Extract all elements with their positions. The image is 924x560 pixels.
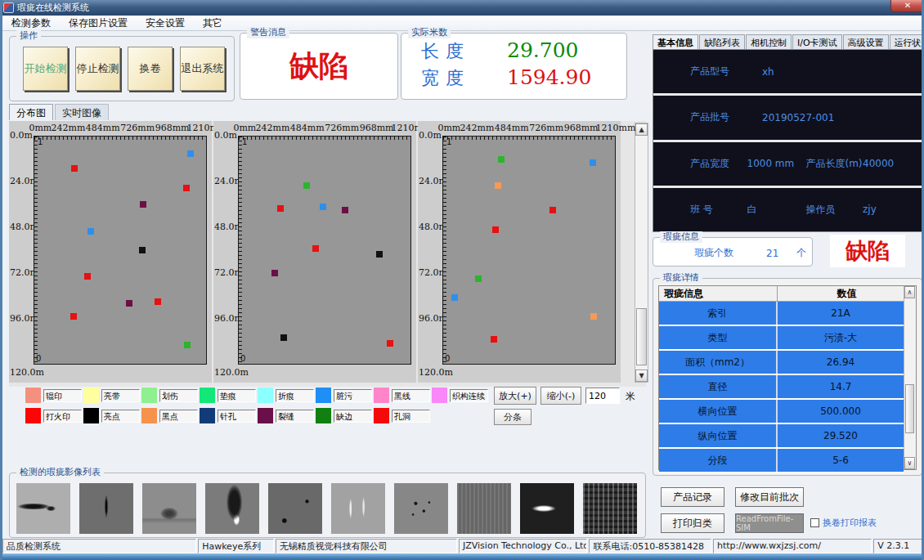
print-classify-button[interactable]: 打印归类 [661,513,724,533]
defect-point[interactable] [84,273,91,280]
defect-thumbnail-4[interactable] [205,483,259,534]
zoom-in-button[interactable]: 放大(+) [494,387,536,405]
defect-point[interactable] [277,205,284,212]
plot-marker-bottom: 0 [240,354,245,363]
x-tick-label: 726mm [529,123,563,133]
defect-point[interactable] [475,276,482,282]
defect-thumbnail-10[interactable] [583,483,637,534]
defect-point[interactable] [155,298,161,305]
right-tab-2[interactable]: 缺陷列表 [699,34,745,51]
defect-point[interactable] [184,342,191,348]
defect-point[interactable] [498,156,505,163]
defect-point[interactable] [87,228,94,235]
defect-thumbnail-6[interactable] [331,483,385,534]
detail-row-7[interactable]: 分段5-6 [659,449,904,473]
detail-row-5[interactable]: 横向位置500.000 [659,400,904,424]
defect-thumbnail-5[interactable] [268,483,322,534]
defect-point[interactable] [451,294,458,301]
menu-item-2[interactable]: 保存图片设置 [60,16,137,31]
checkbox-icon[interactable] [810,518,819,527]
scroll-up-icon[interactable]: ▲ [635,123,648,136]
defect-point[interactable] [187,150,194,157]
scrollbar-thumb[interactable] [636,308,647,365]
right-tab-5[interactable]: 高级设置 [843,34,889,51]
defect-point[interactable] [492,226,499,233]
right-tab-1[interactable]: 基本信息 [653,34,698,51]
defect-thumbnail-8[interactable] [457,483,511,534]
defect-point[interactable] [139,247,146,253]
defect-point[interactable] [495,182,501,189]
detail-row-6[interactable]: 纵向位置29.520 [659,424,904,449]
defect-thumbnail-1[interactable] [16,483,70,534]
defect-point[interactable] [271,270,278,276]
defect-thumbnail-7[interactable] [394,483,448,534]
defect-thumbnail-9[interactable] [520,483,574,534]
defect-point[interactable] [549,207,556,213]
menu-item-4[interactable]: 其它 [194,16,231,31]
meters-range-input[interactable] [585,388,620,404]
y-tick-label: 120.0m [10,367,44,378]
chart-vertical-scrollbar[interactable]: ▲ ▼ [635,123,648,383]
op-button-2[interactable]: 停止检测 [75,47,120,91]
defect-point[interactable] [491,336,497,343]
info-value: 20190527-001 [762,112,834,123]
menu-item-3[interactable]: 安全设置 [137,16,194,31]
defect-point[interactable] [590,159,596,166]
defect-point[interactable] [140,201,146,208]
close-button[interactable]: ✕ [890,0,924,12]
defect-point[interactable] [376,251,383,258]
defect-thumbnail-2[interactable] [79,483,133,534]
legend-item: 黑点 [141,408,200,423]
table-scroll-up-icon[interactable]: ∧ [904,286,915,298]
view-tab-1[interactable]: 分布图 [9,104,53,120]
defect-point[interactable] [312,245,319,252]
right-tab-3[interactable]: 相机控制 [746,34,792,51]
menu-item-1[interactable]: 检测参数 [2,16,60,31]
defect-point[interactable] [280,334,287,341]
scatter-chart-1: 0mm242mm484mm726mm968mm1210mm0.0m24.0m48… [9,121,212,383]
view-tab-2[interactable]: 实时图像 [55,104,109,120]
detail-row-1[interactable]: 索引21A [659,302,904,326]
plot-marker-bottom: 0 [445,354,450,363]
plot-area[interactable]: 10 [34,136,207,365]
legend-swatch [432,388,447,403]
right-tab-6[interactable]: 运行状态信息 [890,34,924,51]
product-record-button[interactable]: 产品记录 [661,487,724,507]
defect-point[interactable] [590,313,597,320]
split-button[interactable]: 分条 [494,409,532,425]
op-button-1[interactable]: 开始检测 [23,47,68,91]
detail-row-3[interactable]: 面积（mm2）26.94 [659,351,904,375]
roll-change-print-checkbox[interactable]: 换卷打印报表 [810,517,877,529]
table-scrollbar-thumb[interactable] [905,384,914,433]
roll-change-print-label: 换卷打印报表 [823,517,877,529]
defect-point[interactable] [183,185,190,191]
status-cell-6: http://www.wxjzsj.com/ [713,539,872,553]
table-scrollbar[interactable]: ∧ ∨ [904,286,916,469]
scroll-down-icon[interactable]: ▼ [635,370,648,382]
defect-point[interactable] [387,340,393,347]
zoom-out-button[interactable]: 缩小(-) [540,387,581,405]
right-tab-4[interactable]: I/O卡测试 [792,34,842,51]
defect-count-unit: 个 [796,246,806,260]
defect-point[interactable] [70,313,77,320]
defect-point[interactable] [342,207,348,213]
legend-swatch [141,408,157,423]
detail-row-2[interactable]: 类型污渍-大 [659,326,904,351]
defect-point[interactable] [126,300,132,307]
meter-value: 1594.90 [507,65,591,89]
table-scroll-down-icon[interactable]: ∨ [904,457,915,469]
basic-info-panel: 产品型号xh产品批号20190527-001产品宽度1000 mm产品长度(m)… [653,49,922,232]
op-button-4[interactable]: 退出系统 [180,47,225,91]
plot-area[interactable]: 10 [442,136,616,365]
defect-point[interactable] [303,182,310,189]
x-tick-label: 242mm [255,123,289,133]
defect-point[interactable] [71,165,78,172]
detail-row-4[interactable]: 直径14.7 [659,375,904,400]
legend-item: 针孔 [200,408,258,423]
defect-point[interactable] [320,204,326,210]
op-button-3[interactable]: 换卷 [128,47,173,91]
detail-row-label: 直径 [659,375,778,398]
plot-area[interactable]: 10 [238,136,411,365]
defect-thumbnail-3[interactable] [142,483,196,534]
modify-batch-button[interactable]: 修改目前批次 [735,487,804,507]
